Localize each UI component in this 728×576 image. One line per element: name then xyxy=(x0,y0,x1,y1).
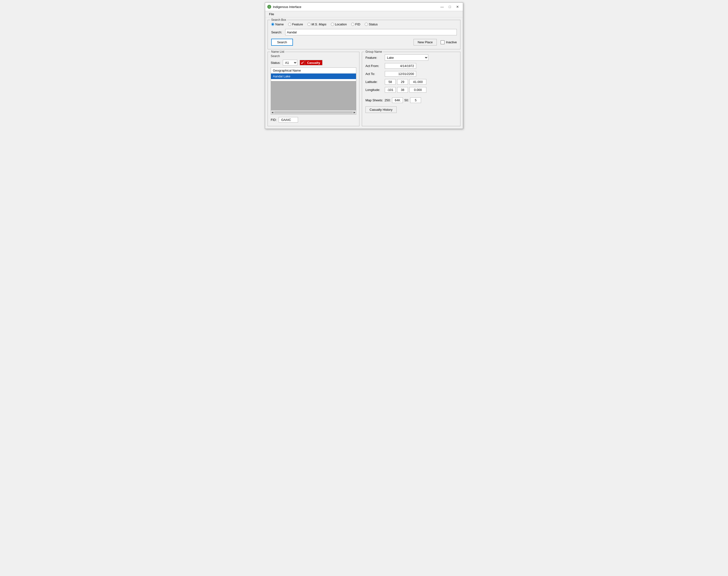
search-label: Search: xyxy=(271,30,283,34)
radio-name-text: Name xyxy=(275,23,284,26)
fid-value: GAAIC xyxy=(279,117,298,123)
name-list-panel: Name List Search Status: A1 A2 B1 B2 xyxy=(268,52,359,126)
search-sub-label: Search xyxy=(271,54,356,58)
maximize-button[interactable]: □ xyxy=(447,4,453,9)
latitude-label: Latitude: xyxy=(365,80,385,84)
radio-status-label[interactable]: Status xyxy=(365,23,378,26)
radio-status[interactable] xyxy=(365,23,368,26)
window-title: Indigenous Interface xyxy=(273,5,439,9)
casualty-text: Casualty xyxy=(305,60,322,65)
casualty-check-icon[interactable] xyxy=(300,60,305,65)
casualty-history-button[interactable]: Casualty History xyxy=(365,106,397,113)
feature-label: Feature: xyxy=(365,56,385,59)
map-250-label: 250: xyxy=(385,98,391,102)
radio-feature[interactable] xyxy=(288,23,291,26)
latitude-row: Latitude: 58 29 41.000 xyxy=(365,79,457,85)
feature-row: Feature: Lake River Mountain Valley xyxy=(365,54,457,61)
search-box-legend: Search Box xyxy=(270,18,287,22)
radio-ms-maps-text: M.S. Maps xyxy=(311,23,327,26)
scroll-track[interactable] xyxy=(274,112,353,113)
scroll-right-arrow[interactable]: ▶ xyxy=(354,111,356,114)
fid-row: FID: GAAIC xyxy=(271,117,356,123)
minimize-button[interactable]: — xyxy=(439,4,446,9)
inactive-checkbox[interactable] xyxy=(441,40,445,44)
radio-name-label[interactable]: Name xyxy=(271,23,284,26)
geo-list-scrollbar[interactable]: ◀ ▶ xyxy=(271,110,356,114)
inactive-row: Inactive xyxy=(441,40,457,44)
name-list-legend: Name List xyxy=(270,50,285,53)
app-icon xyxy=(267,5,271,9)
radio-name[interactable] xyxy=(271,23,274,26)
radio-ms-maps-label[interactable]: M.S. Maps xyxy=(307,23,327,26)
status-row: Status: A1 A2 B1 B2 Casualty xyxy=(271,60,356,65)
radio-location-text: Location xyxy=(335,23,347,26)
lon-deg: -101 xyxy=(385,87,396,93)
radio-ms-maps[interactable] xyxy=(307,23,311,26)
radio-location-label[interactable]: Location xyxy=(331,23,347,26)
menu-file[interactable]: File xyxy=(267,11,276,17)
lat-sec: 41.000 xyxy=(410,79,426,85)
feature-select[interactable]: Lake River Mountain Valley xyxy=(385,54,428,61)
radio-fid-label[interactable]: FID xyxy=(351,23,360,26)
longitude-row: Longitude: -101 38 0.000 xyxy=(365,87,457,93)
lon-min: 38 xyxy=(397,87,408,93)
lat-min: 29 xyxy=(397,79,408,85)
main-content: Search Box Name Feature M.S. Maps Locati… xyxy=(265,18,463,128)
close-button[interactable]: ✕ xyxy=(454,4,461,9)
act-from-row: Act From: 4/14/1972 xyxy=(365,63,457,69)
map-sheets-row: Map Sheets: 250: 64K 50: 5 xyxy=(365,97,457,103)
longitude-label: Longitude: xyxy=(365,88,385,92)
act-from-label: Act From: xyxy=(365,64,385,68)
search-box-panel: Search Box Name Feature M.S. Maps Locati… xyxy=(268,20,460,49)
radio-fid-text: FID xyxy=(355,23,360,26)
geo-list-empty xyxy=(271,81,356,110)
list-item[interactable]: Aandal Lake xyxy=(271,74,356,79)
window-controls: — □ ✕ xyxy=(439,4,461,9)
geo-list-header: Geographical Name xyxy=(271,68,356,74)
casualty-label[interactable]: Casualty xyxy=(300,60,322,65)
act-to-value: 12/31/2200 xyxy=(385,71,416,77)
radio-feature-text: Feature xyxy=(292,23,303,26)
map-sheets-label: Map Sheets: xyxy=(365,98,383,102)
fid-label: FID: xyxy=(271,118,277,122)
lat-deg: 58 xyxy=(385,79,396,85)
new-place-button[interactable]: New Place xyxy=(414,39,437,46)
act-to-row: Act To: 12/31/2200 xyxy=(365,71,457,77)
geo-list-container: Geographical Name Aandal Lake ◀ ▶ xyxy=(271,67,356,115)
scroll-left-arrow[interactable]: ◀ xyxy=(271,111,273,114)
status-select[interactable]: A1 A2 B1 B2 xyxy=(283,60,297,65)
map-50-label: 50: xyxy=(404,98,409,102)
inactive-label: Inactive xyxy=(446,40,457,44)
bottom-panels: Name List Search Status: A1 A2 B1 B2 xyxy=(268,52,460,126)
search-button[interactable]: Search xyxy=(271,39,293,46)
radio-fid[interactable] xyxy=(351,23,354,26)
radio-group: Name Feature M.S. Maps Location FID xyxy=(271,23,457,26)
menu-bar: File xyxy=(265,11,463,18)
group-name-panel: Group Name Feature: Lake River Mountain … xyxy=(362,52,460,126)
radio-location[interactable] xyxy=(331,23,334,26)
status-label: Status: xyxy=(271,61,280,64)
act-to-label: Act To: xyxy=(365,72,385,76)
button-row: Search New Place Inactive xyxy=(271,39,457,46)
radio-status-text: Status xyxy=(369,23,378,26)
main-window: Indigenous Interface — □ ✕ File Search B… xyxy=(265,2,463,129)
title-bar: Indigenous Interface — □ ✕ xyxy=(265,3,463,11)
group-name-legend: Group Name xyxy=(364,50,383,53)
map-250-value: 64K xyxy=(392,97,403,103)
radio-feature-label[interactable]: Feature xyxy=(288,23,303,26)
lon-sec: 0.000 xyxy=(410,87,426,93)
map-50-value: 5 xyxy=(410,97,421,103)
search-input-row: Search: xyxy=(271,29,457,35)
search-input[interactable] xyxy=(285,29,457,35)
act-from-value: 4/14/1972 xyxy=(385,63,416,69)
